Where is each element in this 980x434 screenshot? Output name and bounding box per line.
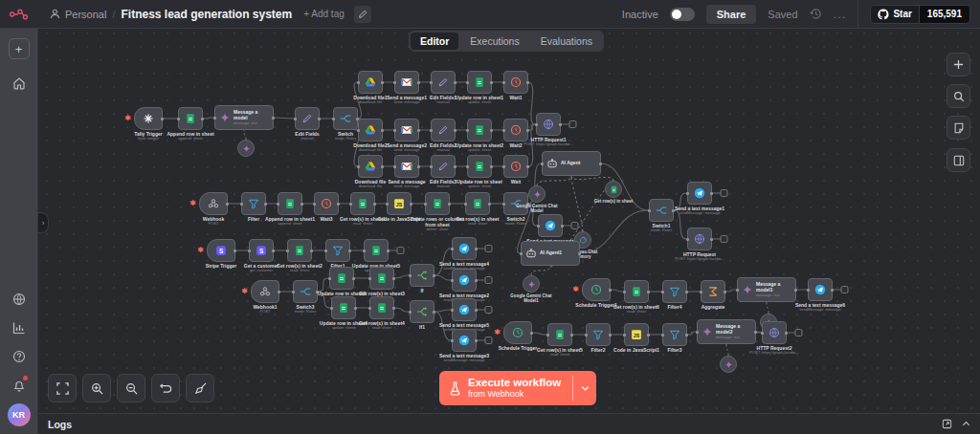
execute-workflow-button[interactable]: Execute workflow from Webhook [439,371,596,405]
workflow-node-dl1[interactable]: Download file1download: file [358,71,383,94]
workflow-node-get3[interactable]: Get row(s) in sheet3read: sheet [369,267,394,290]
expand-logs-button[interactable] [962,420,970,428]
workflow-node-ef1[interactable]: Edit Fields1manual [431,71,456,94]
workflow-node-if1[interactable]: If1 [410,300,434,323]
workflow-node-w0[interactable]: Wait [503,155,528,178]
workflow-node-code1[interactable]: JSCode in JavaScript [387,192,412,215]
new-workflow-button[interactable]: + [9,38,30,59]
workflow-node-get2[interactable]: Get row(s) in sheet2read: sheet [287,239,312,262]
workflow-node-switch2[interactable]: Switch2mode: Rules [503,192,528,215]
workflow-node-agent1[interactable]: AI Agent [542,151,601,176]
workflow-node-w2[interactable]: Wait2 [503,119,528,141]
workflow-node-http2[interactable]: HTTP Request2POST: https://graph.facebo.… [762,321,787,344]
tab-evaluations[interactable]: Evaluations [531,33,602,50]
workflow-node-tg2[interactable]: Send a text message2sendMessage: message [452,269,477,292]
breadcrumb[interactable]: Personal [50,9,106,20]
workflow-node-tg6[interactable]: Send a text message6sendMessage: message [808,278,833,301]
workflow-node-switch1[interactable]: Switch1mode: Rules [649,199,674,222]
workflow-node-wh0[interactable]: WebhookPOST✱ [199,192,228,215]
workflow-node-switch3[interactable]: Switch3mode: Rules [293,280,318,303]
sidebar-item-home[interactable] [9,73,30,94]
workflow-node-ur2[interactable]: Update row in sheet2update: sheet [467,119,492,141]
undo-button[interactable] [151,374,180,402]
tab-executions[interactable]: Executions [460,33,528,50]
n8n-logo[interactable] [0,8,38,21]
zoom-in-button[interactable] [82,374,111,402]
version-history-button[interactable] [810,8,822,20]
workflow-node-if0[interactable]: If [410,264,434,287]
workflow-node-model3c[interactable] [720,356,737,373]
workflow-node-getcust[interactable]: SGet a customerget: customer [249,239,274,262]
workflow-node-gemc2[interactable]: Google Gemini Chat Model1 [523,275,540,293]
workflow-node-flt1[interactable]: Filter1 [325,239,350,262]
workflow-node-switch0[interactable]: Switchmode: Rules [333,107,358,130]
workflow-node-ef3[interactable]: Edit Fields3manual [431,155,456,178]
rename-workflow-button[interactable] [354,6,371,23]
workflow-title[interactable]: Fitness lead generation system [121,8,292,21]
workflow-node-edit0[interactable]: Edit Fieldsmanual [295,107,320,130]
workflow-node-tg4[interactable]: Send a text message4sendMessage: message [452,237,477,260]
workflow-node-gm2[interactable]: Send a message2send: message [394,119,419,141]
workflow-node-stripe[interactable]: SStripe Trigger✱ [207,239,235,262]
workflow-node-gm0[interactable]: Send a messagesend: message [394,155,419,178]
workflow-node-st0[interactable]: Send a text messagesendMessage: message [538,214,563,237]
workflow-node-w4[interactable]: Wait3 [314,192,339,215]
workflow-node-tg5[interactable]: Send a text message5sendMessage: message [452,298,477,321]
workflow-node-sched1[interactable]: Schedule Trigger1✱ [582,278,611,301]
zoom-to-fit-button[interactable] [48,374,77,402]
workflow-node-tally[interactable]: Tally Triggerform: weight✱ [134,107,163,130]
workflow-node-ur4[interactable]: Update row in sheet4update: sheet [331,296,356,319]
workflow-node-w1[interactable]: Wait1 [503,71,528,94]
sidebar-item-templates[interactable] [9,289,30,310]
workflow-node-sched0[interactable]: Schedule Trigger✱ [503,321,532,344]
sidebar-item-insights[interactable] [9,317,30,338]
workflow-node-gemc1[interactable]: Google Gemini Chat Model [528,185,546,203]
search-nodes-button[interactable] [947,84,970,108]
workflow-node-code2[interactable]: JSCode in JavaScript1 [624,323,649,346]
workflow-canvas[interactable]: Tally Triggerform: weight✱Append row in … [0,0,980,434]
logs-panel-bar[interactable]: Logs [38,413,980,434]
workflow-node-http1[interactable]: HTTP Request1POST: https://graph.facebo.… [536,113,561,136]
workflow-node-flt0[interactable]: Filter [241,192,266,215]
sidebar-expand-handle[interactable]: › [38,212,49,233]
add-node-button[interactable] [947,53,970,76]
workflow-node-ur1[interactable]: Update row in sheet1update: sheet [467,71,492,94]
workflow-node-del1[interactable]: Delete rows or columns from sheetdelete:… [425,192,450,215]
workflow-node-st1[interactable]: Send a text message1sendMessage: message [687,182,712,205]
workflow-node-tg3[interactable]: Send a text message3sendMessage: message [452,329,477,352]
workflow-node-dl2[interactable]: Download file2download: file [358,119,383,141]
workflow-node-ur0[interactable]: Update row in sheetupdate: sheet [467,155,492,178]
workflow-node-aggr[interactable]: Aggregate [701,280,725,303]
workflow-node-flt3[interactable]: Filter3 [662,323,687,346]
workflow-node-agent2[interactable]: AI Agent1 [521,241,580,266]
workflow-node-gm1[interactable]: Send a message1send: message [394,71,419,94]
zoom-out-button[interactable] [117,374,145,402]
layout-panel-button[interactable] [947,148,970,172]
workflow-node-model2[interactable]: Message a model1message: text [737,277,796,302]
workflow-node-get5[interactable]: Get row(s) in sheet5read: sheet [547,323,572,346]
workflow-node-get0[interactable]: Get row(s) in sheetread: sheet [465,192,490,215]
tidy-up-button[interactable] [186,374,214,402]
more-options-button[interactable]: ... [834,7,847,21]
workflow-node-append1[interactable]: Append row in sheetappend: sheet [178,107,203,130]
github-star-widget[interactable]: Star 165,591 [870,5,970,24]
share-button[interactable]: Share [706,5,757,24]
workflow-node-dl0[interactable]: Download filedownload: file [358,155,383,178]
workflow-node-flt4[interactable]: Filter4 [662,280,687,303]
sidebar-item-help[interactable] [9,346,30,367]
active-toggle[interactable] [670,8,695,21]
sidebar-item-notifications[interactable] [9,375,30,396]
workflow-node-ur5[interactable]: Update row in sheet5update: sheet [364,239,389,262]
workflow-node-get6[interactable]: Get row(s) in sheet6read: sheet [624,280,649,303]
sticky-note-button[interactable] [947,116,970,140]
workflow-node-ur3[interactable]: Update row in sheet3update: sheet [329,267,354,290]
workflow-node-wh1[interactable]: Webhook1POST✱ [251,280,279,303]
open-logs-window-button[interactable] [942,419,952,429]
workflow-node-tool0[interactable]: Get row(s) in sheet [605,181,622,198]
add-tag-button[interactable]: + Add tag [303,9,345,19]
workflow-node-append2[interactable]: Append row in sheet1append: sheet [278,192,302,215]
workflow-node-model3[interactable]: Message a model2message: text [697,319,756,344]
workflow-node-model1c[interactable] [237,140,255,157]
workflow-node-ef2[interactable]: Edit Fields2manual [431,119,456,141]
tab-editor[interactable]: Editor [411,33,458,50]
